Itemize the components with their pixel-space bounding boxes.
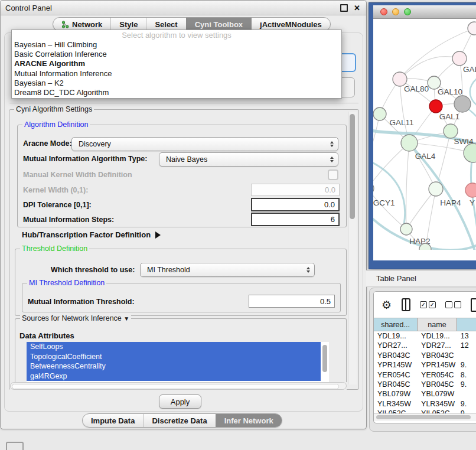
table-row[interactable]: YPR145WYPR145W9.: [374, 360, 476, 370]
tab-label: Network: [72, 20, 102, 29]
cyni-tab-discretize-data[interactable]: Discretize Data: [143, 414, 215, 427]
algorithm-placeholder: Select algorithm to view settings: [12, 30, 341, 40]
settings-vscroll-thumb[interactable]: [350, 114, 355, 219]
node-label-hap4: HAP4: [440, 198, 461, 207]
mi-threshold-label: Mutual Information Threshold:: [28, 298, 135, 306]
node-label-gal80: GAL80: [404, 84, 429, 93]
mi-steps-label: Mutual Information Steps:: [23, 216, 114, 224]
cyni-tab-infer-network[interactable]: Infer Network: [216, 414, 282, 427]
column-header-clipped[interactable]: [457, 318, 476, 331]
tab-select[interactable]: Select: [146, 18, 185, 31]
network-icon: [61, 21, 69, 28]
algorithm-list: Bayesian – Hill ClimbingBasic Correlatio…: [12, 40, 341, 97]
table-row[interactable]: YDR27...YDR27...12: [374, 341, 476, 350]
network-graph: GALGAL80GAL10GAL1GAL11SWI4GAL4GCY1HAP4YH…: [373, 19, 476, 250]
kernel-width-field[interactable]: [251, 184, 340, 196]
document-icon[interactable]: [471, 298, 476, 312]
mi-algorithm-type-value: Naive Bayes: [166, 155, 207, 164]
mi-steps-field[interactable]: [251, 213, 340, 226]
cyni-tab-label: Impute Data: [91, 416, 135, 425]
table-cell: 9.: [457, 360, 476, 370]
dpi-tolerance-field[interactable]: [251, 198, 340, 211]
mi-threshold-field[interactable]: [249, 295, 335, 308]
network-node[interactable]: [454, 96, 471, 112]
algorithm-option-basic-correlation-inference[interactable]: Basic Correlation Inference: [12, 50, 341, 59]
close-window-button[interactable]: [380, 8, 387, 15]
network-edge: [373, 161, 405, 224]
network-node[interactable]: [464, 144, 476, 162]
table-header-row: shared...name: [374, 318, 476, 331]
algorithm-option-mutual-information-inference[interactable]: Mutual Information Inference: [12, 69, 341, 79]
table-row[interactable]: YLR345WYLR345W9.: [374, 399, 476, 409]
attribute-item-topologicalcoefficient[interactable]: TopologicalCoefficient: [27, 352, 329, 362]
settings-vertical-scrollbar[interactable]: [348, 112, 357, 384]
aracne-mode-combobox[interactable]: Discovery: [71, 137, 338, 151]
attributes-scrollbar-thumb[interactable]: [322, 345, 327, 372]
zoom-window-button[interactable]: [404, 8, 411, 15]
table-cell: YIL052C: [418, 409, 457, 413]
settings-horizontal-scrollbar[interactable]: [10, 382, 347, 390]
algorithm-option-bayesian-k2[interactable]: Bayesian – K2: [12, 79, 341, 88]
unchecked-box-icon: [454, 301, 461, 308]
network-node-hap4[interactable]: [429, 182, 443, 196]
table-hscroll-thumb[interactable]: [376, 415, 471, 419]
network-node-y[interactable]: [465, 183, 476, 197]
manual-kernel-width-checkbox[interactable]: [328, 169, 338, 180]
algorithm-definition-title: Algorithm Definition: [22, 120, 90, 129]
table-horizontal-scrollbar[interactable]: [374, 413, 476, 421]
table-toolbar: ⚙ ✓ ✓: [374, 292, 476, 318]
network-node-gal11[interactable]: [373, 107, 386, 120]
table-row[interactable]: YBR043CYBR043C: [374, 351, 476, 360]
node-label-gal11: GAL11: [389, 118, 413, 127]
network-node[interactable]: [429, 100, 442, 113]
apply-button[interactable]: Apply: [159, 394, 201, 409]
which-threshold-label: Which threshold to use:: [51, 266, 135, 274]
tab-style[interactable]: Style: [110, 18, 146, 31]
network-node-gcy1[interactable]: [373, 182, 374, 195]
attributes-scrollbar[interactable]: [321, 342, 329, 382]
network-node-hap2[interactable]: [400, 223, 412, 235]
float-window-button[interactable]: [340, 4, 348, 12]
cyni-tab-impute-data[interactable]: Impute Data: [83, 414, 143, 427]
tab-jactivemnodules[interactable]: jActiveMNodules: [251, 18, 330, 31]
select-all-columns-icon[interactable]: ✓ ✓: [420, 301, 436, 308]
network-node[interactable]: [468, 22, 476, 35]
network-canvas[interactable]: GALGAL80GAL10GAL1GAL11SWI4GAL4GCY1HAP4YH…: [373, 19, 476, 250]
table-row[interactable]: YIL052CYIL052C9.: [374, 409, 476, 413]
table-row[interactable]: YBL079WYBL079W: [374, 389, 476, 399]
checked-box-icon: ✓: [429, 301, 436, 308]
gear-icon[interactable]: ⚙: [382, 299, 392, 311]
expanded-arrow-icon[interactable]: ▼: [123, 315, 129, 322]
column-header-shared[interactable]: shared...: [374, 318, 418, 331]
collapsed-panel-button[interactable]: [6, 442, 24, 450]
column-header-name[interactable]: name: [418, 318, 457, 331]
which-threshold-combobox[interactable]: MI Threshold: [140, 263, 315, 277]
algorithm-option-aracne-algorithm[interactable]: ARACNE Algorithm: [12, 59, 341, 69]
unselect-all-columns-icon[interactable]: [445, 301, 461, 308]
table-cell: YIL052C: [374, 409, 418, 413]
table-row[interactable]: YDL19...YDL19...13: [374, 331, 476, 341]
minimize-window-button[interactable]: [392, 8, 399, 15]
mi-algorithm-type-combobox[interactable]: Naive Bayes: [159, 152, 338, 167]
attribute-item-selfloops[interactable]: SelfLoops: [27, 342, 329, 352]
split-columns-icon[interactable]: [402, 298, 410, 311]
network-node-gal[interactable]: [452, 51, 467, 66]
node-label-gal: GAL: [463, 65, 476, 74]
table-row[interactable]: YER054CYER054C8.: [374, 370, 476, 380]
close-panel-button[interactable]: ✕: [354, 5, 360, 12]
attribute-item-betweennesscentrality[interactable]: BetweennessCentrality: [27, 361, 329, 371]
network-node-gal1[interactable]: [444, 124, 458, 138]
attribute-item-gal4rgexp[interactable]: gal4RGexp: [27, 371, 329, 381]
algorithm-option-dream8-dc-tdc-algorithm[interactable]: Dream8 DC_TDC Algorithm: [12, 88, 341, 97]
settings-group-title: Cyni Algorithm Settings: [14, 105, 94, 113]
network-node-gal4[interactable]: [401, 135, 418, 151]
algorithm-option-bayesian-hill-climbing[interactable]: Bayesian – Hill Climbing: [12, 40, 341, 50]
table-row[interactable]: YBR045CYBR045C9.: [374, 380, 476, 389]
tab-network[interactable]: Network: [53, 18, 110, 31]
hub-transcription-factor-expander[interactable]: Hub/Transcription Factor Definition: [22, 230, 161, 239]
tab-cyni-toolbox[interactable]: Cyni Toolbox: [186, 18, 251, 31]
threshold-definition-title: Threshold Definition: [20, 244, 89, 253]
settings-hscroll-thumb[interactable]: [12, 384, 339, 389]
table-cell: 9.: [457, 409, 476, 413]
mi-threshold-definition-title: MI Threshold Definition: [27, 279, 106, 287]
